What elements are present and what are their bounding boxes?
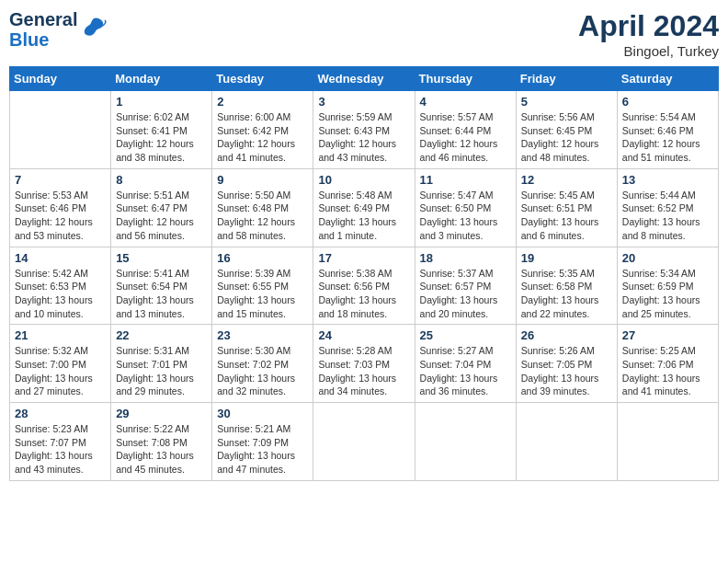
day-info: Sunrise: 6:02 AM Sunset: 6:41 PM Dayligh… — [116, 110, 207, 165]
calendar-cell: 19Sunrise: 5:35 AM Sunset: 6:58 PM Dayli… — [516, 247, 617, 325]
day-number: 12 — [521, 173, 612, 187]
calendar-cell: 28Sunrise: 5:23 AM Sunset: 7:07 PM Dayli… — [10, 403, 111, 481]
day-info: Sunrise: 5:48 AM Sunset: 6:49 PM Dayligh… — [318, 189, 409, 243]
page-header: General Blue April 2024 Bingoel, Turkey — [9, 9, 719, 59]
calendar-cell: 17Sunrise: 5:38 AM Sunset: 6:56 PM Dayli… — [313, 247, 415, 325]
day-number: 2 — [217, 95, 308, 109]
day-info: Sunrise: 5:26 AM Sunset: 7:05 PM Dayligh… — [521, 344, 612, 398]
weekday-monday: Monday — [111, 67, 212, 91]
day-number: 6 — [622, 95, 713, 109]
day-info: Sunrise: 5:25 AM Sunset: 7:06 PM Dayligh… — [622, 344, 713, 398]
calendar-cell — [10, 91, 111, 169]
day-info: Sunrise: 5:44 AM Sunset: 6:52 PM Dayligh… — [622, 189, 713, 243]
day-info: Sunrise: 5:34 AM Sunset: 6:59 PM Dayligh… — [622, 267, 713, 321]
day-info: Sunrise: 5:53 AM Sunset: 6:46 PM Dayligh… — [15, 189, 106, 243]
day-info: Sunrise: 5:42 AM Sunset: 6:53 PM Dayligh… — [15, 267, 106, 321]
day-number: 17 — [318, 251, 409, 265]
day-number: 8 — [116, 173, 207, 187]
day-info: Sunrise: 5:50 AM Sunset: 6:48 PM Dayligh… — [217, 189, 308, 243]
day-number: 10 — [318, 173, 409, 187]
calendar-cell: 6Sunrise: 5:54 AM Sunset: 6:46 PM Daylig… — [617, 91, 718, 169]
calendar-cell: 27Sunrise: 5:25 AM Sunset: 7:06 PM Dayli… — [617, 325, 718, 403]
calendar-cell: 7Sunrise: 5:53 AM Sunset: 6:46 PM Daylig… — [10, 168, 111, 247]
calendar-cell: 18Sunrise: 5:37 AM Sunset: 6:57 PM Dayli… — [415, 247, 516, 325]
calendar-cell — [313, 403, 415, 481]
calendar-cell — [617, 403, 718, 481]
day-number: 20 — [622, 251, 713, 265]
weekday-thursday: Thursday — [415, 67, 516, 91]
calendar-cell: 16Sunrise: 5:39 AM Sunset: 6:55 PM Dayli… — [212, 247, 313, 325]
day-info: Sunrise: 5:27 AM Sunset: 7:04 PM Dayligh… — [420, 344, 511, 398]
day-number: 22 — [116, 328, 207, 342]
calendar-cell: 5Sunrise: 5:56 AM Sunset: 6:45 PM Daylig… — [516, 91, 617, 169]
day-number: 4 — [420, 95, 511, 109]
weekday-header-row: SundayMondayTuesdayWednesdayThursdayFrid… — [10, 67, 719, 91]
calendar-cell: 29Sunrise: 5:22 AM Sunset: 7:08 PM Dayli… — [111, 403, 212, 481]
calendar-cell: 21Sunrise: 5:32 AM Sunset: 7:00 PM Dayli… — [10, 325, 111, 403]
day-number: 26 — [521, 328, 612, 342]
calendar-cell: 26Sunrise: 5:26 AM Sunset: 7:05 PM Dayli… — [516, 325, 617, 403]
day-info: Sunrise: 5:37 AM Sunset: 6:57 PM Dayligh… — [420, 267, 511, 321]
day-number: 1 — [116, 95, 207, 109]
day-info: Sunrise: 5:51 AM Sunset: 6:47 PM Dayligh… — [116, 189, 207, 243]
day-number: 19 — [521, 251, 612, 265]
calendar-cell: 10Sunrise: 5:48 AM Sunset: 6:49 PM Dayli… — [313, 168, 415, 247]
calendar-cell: 2Sunrise: 6:00 AM Sunset: 6:42 PM Daylig… — [212, 91, 313, 169]
day-number: 27 — [622, 328, 713, 342]
day-number: 23 — [217, 328, 308, 342]
calendar-week-4: 21Sunrise: 5:32 AM Sunset: 7:00 PM Dayli… — [10, 325, 719, 403]
day-info: Sunrise: 5:38 AM Sunset: 6:56 PM Dayligh… — [318, 267, 409, 321]
day-info: Sunrise: 5:56 AM Sunset: 6:45 PM Dayligh… — [521, 110, 612, 165]
day-info: Sunrise: 5:30 AM Sunset: 7:02 PM Dayligh… — [217, 344, 308, 398]
calendar-week-1: 1Sunrise: 6:02 AM Sunset: 6:41 PM Daylig… — [10, 91, 719, 169]
calendar-header: SundayMondayTuesdayWednesdayThursdayFrid… — [10, 67, 719, 91]
calendar-cell: 23Sunrise: 5:30 AM Sunset: 7:02 PM Dayli… — [212, 325, 313, 403]
weekday-friday: Friday — [516, 67, 617, 91]
day-info: Sunrise: 5:23 AM Sunset: 7:07 PM Dayligh… — [15, 422, 106, 477]
day-info: Sunrise: 5:31 AM Sunset: 7:01 PM Dayligh… — [116, 344, 207, 398]
calendar-cell: 13Sunrise: 5:44 AM Sunset: 6:52 PM Dayli… — [617, 168, 718, 247]
location-subtitle: Bingoel, Turkey — [578, 43, 719, 59]
day-number: 29 — [116, 407, 207, 420]
day-number: 24 — [318, 328, 409, 342]
day-info: Sunrise: 5:41 AM Sunset: 6:54 PM Dayligh… — [116, 267, 207, 321]
calendar-cell: 3Sunrise: 5:59 AM Sunset: 6:43 PM Daylig… — [313, 91, 415, 169]
calendar-week-3: 14Sunrise: 5:42 AM Sunset: 6:53 PM Dayli… — [10, 247, 719, 325]
month-year-title: April 2024 — [578, 9, 719, 43]
weekday-saturday: Saturday — [617, 67, 718, 91]
day-info: Sunrise: 6:00 AM Sunset: 6:42 PM Dayligh… — [217, 110, 308, 165]
day-info: Sunrise: 5:22 AM Sunset: 7:08 PM Dayligh… — [116, 422, 207, 477]
day-info: Sunrise: 5:35 AM Sunset: 6:58 PM Dayligh… — [521, 267, 612, 321]
day-number: 30 — [217, 407, 308, 420]
logo-blue: Blue — [9, 29, 77, 50]
day-info: Sunrise: 5:21 AM Sunset: 7:09 PM Dayligh… — [217, 422, 308, 477]
calendar-table: SundayMondayTuesdayWednesdayThursdayFrid… — [9, 66, 719, 481]
calendar-cell: 9Sunrise: 5:50 AM Sunset: 6:48 PM Daylig… — [212, 168, 313, 247]
day-info: Sunrise: 5:47 AM Sunset: 6:50 PM Dayligh… — [420, 189, 511, 243]
calendar-cell: 11Sunrise: 5:47 AM Sunset: 6:50 PM Dayli… — [415, 168, 516, 247]
day-number: 16 — [217, 251, 308, 265]
calendar-cell: 15Sunrise: 5:41 AM Sunset: 6:54 PM Dayli… — [111, 247, 212, 325]
day-info: Sunrise: 5:28 AM Sunset: 7:03 PM Dayligh… — [318, 344, 409, 398]
calendar-cell: 30Sunrise: 5:21 AM Sunset: 7:09 PM Dayli… — [212, 403, 313, 481]
day-number: 5 — [521, 95, 612, 109]
calendar-cell: 22Sunrise: 5:31 AM Sunset: 7:01 PM Dayli… — [111, 325, 212, 403]
day-number: 18 — [420, 251, 511, 265]
calendar-week-5: 28Sunrise: 5:23 AM Sunset: 7:07 PM Dayli… — [10, 403, 719, 481]
day-info: Sunrise: 5:32 AM Sunset: 7:00 PM Dayligh… — [15, 344, 106, 398]
day-number: 21 — [15, 328, 106, 342]
day-number: 3 — [318, 95, 409, 109]
day-number: 13 — [622, 173, 713, 187]
title-block: April 2024 Bingoel, Turkey — [578, 9, 719, 59]
logo-bird-icon — [81, 15, 107, 44]
day-info: Sunrise: 5:54 AM Sunset: 6:46 PM Dayligh… — [622, 110, 713, 165]
day-number: 7 — [15, 173, 106, 187]
weekday-sunday: Sunday — [10, 67, 111, 91]
calendar-week-2: 7Sunrise: 5:53 AM Sunset: 6:46 PM Daylig… — [10, 168, 719, 247]
calendar-cell: 8Sunrise: 5:51 AM Sunset: 6:47 PM Daylig… — [111, 168, 212, 247]
day-number: 25 — [420, 328, 511, 342]
logo-general: General — [9, 9, 77, 29]
day-info: Sunrise: 5:57 AM Sunset: 6:44 PM Dayligh… — [420, 110, 511, 165]
weekday-wednesday: Wednesday — [313, 67, 415, 91]
calendar-cell: 4Sunrise: 5:57 AM Sunset: 6:44 PM Daylig… — [415, 91, 516, 169]
